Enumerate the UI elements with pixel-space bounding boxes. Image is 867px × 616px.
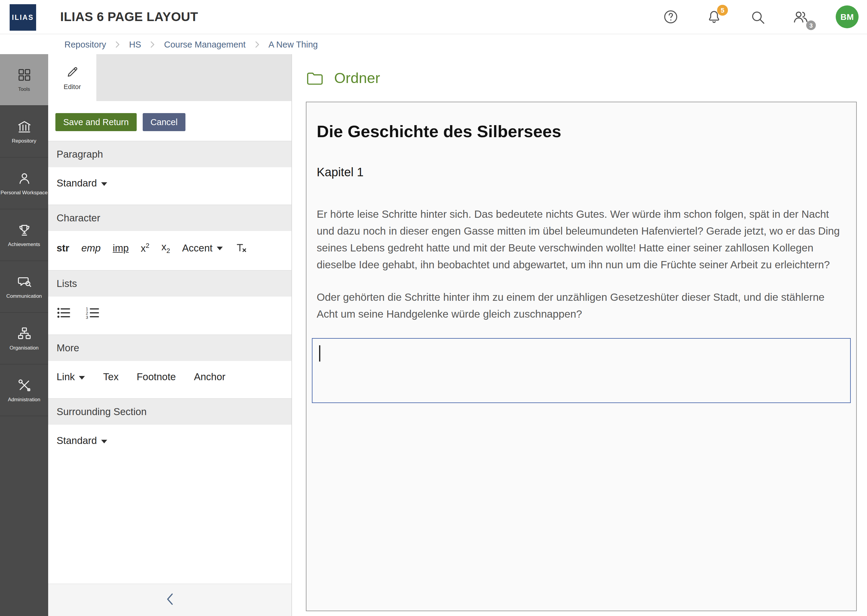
bullet-list-button[interactable] (57, 307, 71, 319)
chevron-left-icon (166, 592, 174, 606)
section-header-paragraph: Paragraph (48, 141, 292, 167)
footnote-button[interactable]: Footnote (137, 371, 176, 383)
app-title: ILIAS 6 PAGE LAYOUT (60, 9, 198, 24)
paragraph-style-dropdown[interactable]: Standard (57, 178, 107, 189)
subscript-digit: 2 (167, 247, 170, 254)
numbered-list-button[interactable]: 1 2 3 (85, 307, 100, 319)
strong-button[interactable]: str (57, 242, 69, 253)
header-icons: 5 3 BM (662, 5, 859, 28)
section-header-surrounding-section: Surrounding Section (48, 398, 292, 425)
page-title: Ordner (334, 70, 380, 86)
sidebar-item-label: Achievements (8, 242, 40, 247)
chevron-down-icon (101, 182, 107, 185)
crossed-tools-icon (17, 378, 32, 393)
trophy-icon (17, 223, 32, 238)
breadcrumb-link-repository[interactable]: Repository (65, 39, 106, 49)
tools-icon (17, 68, 32, 83)
superscript-button[interactable]: x2 (141, 242, 150, 254)
person-icon (17, 171, 32, 186)
sidebar-item-organisation[interactable]: Organisation (0, 313, 48, 365)
main-content: Ordner Die Geschichte des Silbersees Kap… (292, 54, 867, 616)
link-dropdown[interactable]: Link (57, 371, 85, 383)
sidebar-item-label: Communication (6, 294, 42, 299)
numbered-list-icon: 1 2 3 (85, 307, 100, 319)
surrounding-style-value: Standard (57, 435, 97, 446)
important-button[interactable]: imp (113, 242, 129, 253)
svg-text:3: 3 (86, 315, 88, 319)
chevron-right-icon (150, 41, 155, 48)
tab-editor-label: Editor (63, 83, 81, 90)
page-editor-canvas: Die Geschichte des Silbersees Kapitel 1 … (306, 102, 857, 611)
notifications-button[interactable]: 5 (706, 8, 722, 25)
org-chart-icon (17, 326, 32, 341)
chevron-right-icon (115, 41, 120, 48)
page-header: Ordner (306, 70, 857, 86)
superscript-base: x (141, 243, 146, 253)
sidebar-item-label: Repository (12, 139, 36, 144)
collapse-panel-button[interactable] (166, 592, 174, 608)
avatar[interactable]: BM (836, 5, 859, 28)
chapter-heading[interactable]: Kapitel 1 (317, 165, 846, 179)
sidebar-item-label: Tools (18, 87, 30, 92)
top-bar: ILIAS ILIAS 6 PAGE LAYOUT 5 (0, 0, 867, 34)
surrounding-style-dropdown[interactable]: Standard (57, 435, 107, 446)
section-header-more: More (48, 335, 292, 361)
sidebar-item-label: Personal Workspace (1, 190, 48, 195)
sidebar-item-personal-workspace[interactable]: Personal Workspace (0, 158, 48, 209)
sidebar-item-achievements[interactable]: Achievements (0, 209, 48, 261)
breadcrumb-link-a-new-thing[interactable]: A New Thing (268, 39, 318, 49)
chevron-down-icon (101, 440, 107, 443)
help-icon (663, 9, 679, 25)
tex-button[interactable]: Tex (103, 371, 118, 383)
notification-badge: 5 (717, 5, 728, 16)
paragraph-block[interactable]: Er hörte leise Schritte hinter sich. Das… (317, 206, 846, 273)
panel-footer (48, 583, 292, 616)
accent-dropdown[interactable]: Accent (182, 242, 223, 253)
breadcrumb-link-hs[interactable]: HS (129, 39, 141, 49)
sidebar-item-label: Administration (8, 398, 40, 402)
contacts-button[interactable]: 3 (792, 8, 809, 25)
search-icon (749, 9, 766, 25)
sidebar-item-label: Organisation (9, 346, 39, 351)
cancel-button[interactable]: Cancel (143, 113, 186, 131)
chevron-right-icon (255, 41, 260, 48)
search-button[interactable] (749, 8, 766, 25)
section-header-lists: Lists (48, 270, 292, 297)
sidebar-item-tools[interactable]: Tools (0, 54, 48, 106)
save-and-return-button[interactable]: Save and Return (55, 113, 137, 131)
help-button[interactable] (662, 8, 679, 25)
clear-format-button[interactable] (235, 241, 248, 255)
panel-content: Save and Return Cancel Paragraph Standar… (48, 101, 292, 583)
breadcrumb-link-course-management[interactable]: Course Management (164, 39, 246, 49)
sidebar-item-administration[interactable]: Administration (0, 365, 48, 416)
document-heading[interactable]: Die Geschichte des Silbersees (317, 122, 846, 141)
panel-tab-strip: Editor (48, 54, 292, 101)
tab-editor[interactable]: Editor (48, 54, 96, 101)
superscript-digit: 2 (146, 242, 149, 249)
ilias-logo[interactable]: ILIAS (9, 4, 36, 31)
clear-format-icon (235, 241, 248, 255)
accent-label: Accent (182, 242, 213, 253)
anchor-button[interactable]: Anchor (194, 371, 225, 383)
breadcrumb: Repository HS Course Management A New Th… (0, 34, 867, 54)
repository-icon (17, 119, 32, 134)
pencil-icon (65, 65, 79, 79)
sidebar-item-repository[interactable]: Repository (0, 106, 48, 158)
bullet-list-icon (57, 307, 71, 319)
communication-icon (17, 275, 32, 290)
active-edit-area[interactable] (312, 338, 851, 403)
section-header-character: Character (48, 204, 292, 231)
chevron-down-icon (217, 247, 223, 250)
emphasis-button[interactable]: emp (81, 242, 101, 253)
paragraph-block[interactable]: Oder gehörten die Schritte hinter ihm zu… (317, 289, 846, 322)
editor-panel: Editor Save and Return Cancel Paragraph … (48, 54, 292, 616)
folder-icon (306, 71, 324, 86)
main-bar: Tools Repository Personal Workspace (0, 54, 48, 616)
sidebar-item-communication[interactable]: Communication (0, 261, 48, 313)
chevron-down-icon (79, 376, 85, 379)
subscript-button[interactable]: x2 (161, 242, 170, 255)
link-label: Link (57, 371, 75, 383)
contacts-badge: 3 (806, 20, 816, 30)
app-root: ILIAS ILIAS 6 PAGE LAYOUT 5 (0, 0, 867, 616)
subscript-base: x (161, 242, 167, 252)
